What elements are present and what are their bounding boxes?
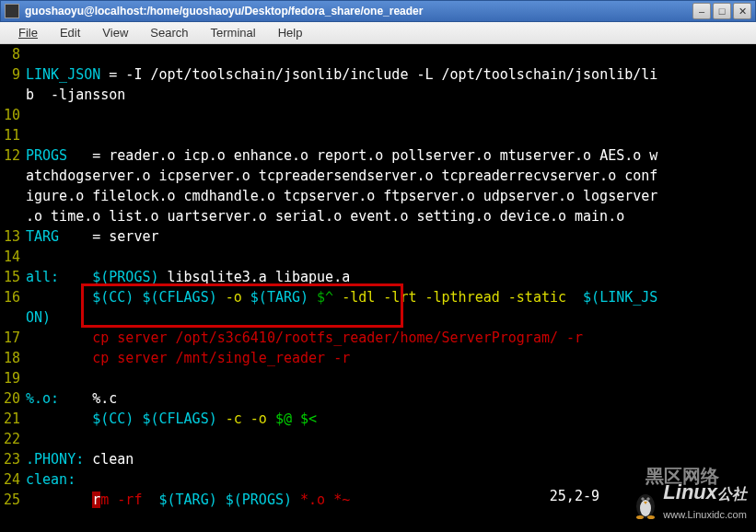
line-number: 14 <box>0 247 26 267</box>
line-number: 17 <box>0 328 26 348</box>
line-number <box>0 85 26 105</box>
menu-edit[interactable]: Edit <box>49 22 91 43</box>
line-content: LINK_JSON = -I /opt/toolschain/jsonlib/i… <box>26 64 657 85</box>
code-line: ON) <box>0 307 756 328</box>
line-number: 25 <box>0 490 26 510</box>
code-line: 8 <box>0 44 756 64</box>
code-line: 9LINK_JSON = -I /opt/toolschain/jsonlib/… <box>0 64 756 85</box>
line-content: TARG = server <box>26 226 159 247</box>
menu-help[interactable]: Help <box>267 22 314 43</box>
code-line: b -ljansson <box>0 85 756 105</box>
line-content: ON) <box>26 307 51 328</box>
line-number <box>0 307 26 328</box>
line-number: 13 <box>0 226 26 247</box>
linux-penguin-icon <box>632 488 659 520</box>
code-line: 10 <box>0 105 756 125</box>
menubar: File Edit View Search Terminal Help <box>0 22 756 44</box>
cursor-position: 25,2-9 <box>550 486 599 506</box>
svg-point-5 <box>648 498 649 499</box>
window-controls: – □ ✕ <box>692 3 751 19</box>
line-content: $(CC) $(CFLAGS) -c -o $@ $< <box>26 409 317 429</box>
watermark-title: Linux <box>663 480 717 503</box>
code-line: 22 <box>0 429 756 449</box>
line-content: cp server /opt/s3c6410/rootfs_reader/hom… <box>26 328 583 348</box>
line-content: igure.o filelock.o cmdhandle.o tcpserver… <box>26 186 657 206</box>
maximize-button[interactable]: □ <box>713 3 731 19</box>
code-line: atchdogserver.o icpserver.o tcpreadersen… <box>0 166 756 186</box>
window-title: guoshaoyu@localhost:/home/guoshaoyu/Desk… <box>25 5 692 17</box>
line-content: clean: <box>26 469 76 490</box>
menu-file[interactable]: File <box>7 22 49 43</box>
minimize-button[interactable]: – <box>692 3 711 19</box>
line-content: $(CC) $(CFLAGS) -o $(TARG) $^ -ldl -lrt … <box>26 287 657 307</box>
code-line: 21 $(CC) $(CFLAGS) -c -o $@ $< <box>0 409 756 429</box>
svg-point-4 <box>643 498 644 499</box>
line-number: 10 <box>0 105 26 125</box>
terminal-icon <box>5 4 19 18</box>
close-button[interactable]: ✕ <box>733 3 751 19</box>
code-line: 11 <box>0 125 756 145</box>
line-number: 15 <box>0 267 26 287</box>
line-number: 9 <box>0 64 26 85</box>
menu-terminal[interactable]: Terminal <box>200 22 267 43</box>
line-number: 19 <box>0 368 26 388</box>
code-line: 18 cp server /mnt/single_reader -r <box>0 348 756 368</box>
code-line: 23.PHONY: clean <box>0 449 756 469</box>
watermark: Linux公社 www.Linuxidc.com <box>632 482 747 525</box>
line-number: 22 <box>0 429 26 449</box>
line-number <box>0 206 26 226</box>
line-number: 24 <box>0 469 26 490</box>
line-number <box>0 166 26 186</box>
code-line: 15all: $(PROGS) libsqlite3.a libapue.a <box>0 267 756 287</box>
line-content: .o time.o list.o uartserver.o serial.o e… <box>26 206 624 226</box>
menu-search[interactable]: Search <box>139 22 199 43</box>
line-content: %.o: %.c <box>26 388 117 409</box>
line-number: 23 <box>0 449 26 469</box>
code-line: 12PROGS = reader.o icp.o enhance.o repor… <box>0 145 756 166</box>
terminal-editor[interactable]: 89LINK_JSON = -I /opt/toolschain/jsonlib… <box>0 44 756 532</box>
line-number: 8 <box>0 44 26 64</box>
line-number: 20 <box>0 388 26 409</box>
code-line: 20%.o: %.c <box>0 388 756 409</box>
line-content: PROGS = reader.o icp.o enhance.o report.… <box>26 145 657 166</box>
code-line: 17 cp server /opt/s3c6410/rootfs_reader/… <box>0 328 756 348</box>
watermark-text: Linux公社 www.Linuxidc.com <box>663 482 747 525</box>
line-content: all: $(PROGS) libsqlite3.a libapue.a <box>26 267 350 287</box>
code-line: 13TARG = server <box>0 226 756 247</box>
line-number: 21 <box>0 409 26 429</box>
line-number: 12 <box>0 145 26 166</box>
svg-point-7 <box>636 515 644 519</box>
code-line: .o time.o list.o uartserver.o serial.o e… <box>0 206 756 226</box>
line-number: 11 <box>0 125 26 145</box>
code-line: 19 <box>0 368 756 388</box>
menu-view[interactable]: View <box>91 22 139 43</box>
line-number: 16 <box>0 287 26 307</box>
window-titlebar: guoshaoyu@localhost:/home/guoshaoyu/Desk… <box>0 0 756 22</box>
line-number: 18 <box>0 348 26 368</box>
line-number <box>0 186 26 206</box>
line-content: .PHONY: clean <box>26 449 134 469</box>
code-line: 16 $(CC) $(CFLAGS) -o $(TARG) $^ -ldl -l… <box>0 287 756 307</box>
line-content: cp server /mnt/single_reader -r <box>26 348 350 368</box>
svg-point-8 <box>647 515 655 519</box>
line-content: rm -rf $(TARG) $(PROGS) *.o *~ <box>26 490 350 510</box>
watermark-suffix: 公社 <box>717 486 747 502</box>
line-content: b -ljansson <box>26 85 125 105</box>
code-line: 14 <box>0 247 756 267</box>
code-line: igure.o filelock.o cmdhandle.o tcpserver… <box>0 186 756 206</box>
watermark-url: www.Linuxidc.com <box>663 504 747 525</box>
line-content: atchdogserver.o icpserver.o tcpreadersen… <box>26 166 657 186</box>
